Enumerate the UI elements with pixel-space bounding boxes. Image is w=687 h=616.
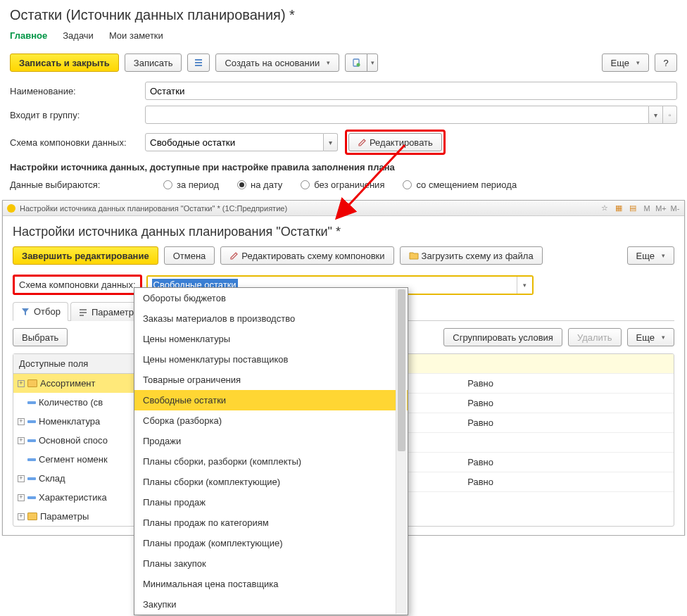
delete-button[interactable]: Удалить: [568, 328, 622, 346]
svg-rect-6: [80, 312, 87, 313]
dropdown-item[interactable]: Планы продаж по категориям: [134, 513, 408, 533]
child-titlebar[interactable]: Настройки источника данных планирования …: [3, 201, 684, 216]
tree-expand-icon[interactable]: +: [18, 475, 25, 482]
cancel-button[interactable]: Отмена: [164, 246, 215, 265]
star-icon[interactable]: ☆: [600, 203, 610, 213]
more-button[interactable]: Еще: [602, 54, 649, 72]
schema-dropdown-list[interactable]: Обороты бюджетовЗаказы материалов в прои…: [134, 287, 408, 536]
pencil-icon: [229, 251, 239, 260]
tab-tasks[interactable]: Задачи: [63, 30, 94, 44]
child-titlebar-text: Настройки источника данных планирования …: [20, 204, 287, 213]
schema-label: Схема компоновки данных:: [10, 137, 145, 148]
tree-row[interactable]: +Характеристика: [13, 488, 137, 507]
dropdown-scrollbar[interactable]: [396, 289, 407, 536]
radio-period[interactable]: за период: [163, 180, 219, 190]
load-from-file-button[interactable]: Загрузить схему из файла: [400, 246, 543, 265]
dropdown-item[interactable]: Заказы материалов в производство: [134, 308, 408, 329]
condition-compare-cell: Равно: [462, 374, 674, 393]
calc-icon[interactable]: ▦: [614, 203, 624, 213]
save-button[interactable]: Записать: [125, 54, 182, 72]
group-open-btn[interactable]: ▫: [663, 106, 677, 124]
dropdown-item[interactable]: Продажи: [134, 431, 408, 451]
tree-row[interactable]: +Параметры: [13, 507, 137, 526]
tree-expand-icon[interactable]: +: [18, 513, 25, 520]
mplus-button[interactable]: M+: [656, 203, 666, 213]
svg-rect-2: [195, 65, 202, 66]
tree-row[interactable]: +Номенклатура: [13, 412, 137, 431]
name-input[interactable]: [145, 82, 677, 100]
tree-expand-icon[interactable]: +: [18, 418, 25, 425]
group-label: Входит в группу:: [10, 110, 145, 120]
save-close-button[interactable]: Записать и закрыть: [10, 54, 119, 72]
dropdown-item[interactable]: Цены номенклатуры поставщиков: [134, 349, 408, 370]
svg-point-4: [357, 63, 360, 67]
grid-more-button[interactable]: Еще: [627, 328, 674, 346]
finish-edit-button[interactable]: Завершить редактирование: [13, 246, 158, 265]
tree-row[interactable]: +Основной спосо: [13, 431, 137, 450]
dropdown-item[interactable]: Планы продаж: [134, 492, 408, 513]
dropdown-item[interactable]: Сборка (разборка): [134, 410, 408, 431]
tree-row[interactable]: +Склад: [13, 469, 137, 488]
mminus-button[interactable]: M-: [670, 203, 680, 213]
folder-icon: [27, 379, 37, 387]
condition-compare-cell: [462, 360, 674, 368]
tab-notes[interactable]: Мои заметки: [109, 30, 163, 44]
dropdown-item[interactable]: Товарные ограничения: [134, 370, 408, 390]
tree-row[interactable]: +Количество (св: [13, 393, 137, 412]
name-label: Наименование:: [10, 86, 145, 96]
select-button[interactable]: Выбрать: [13, 328, 68, 346]
help-button[interactable]: ?: [655, 54, 677, 72]
schema-input[interactable]: [145, 133, 324, 151]
schema-dropdown-btn[interactable]: ▾: [324, 133, 338, 151]
radio-nolimit[interactable]: без ограничения: [301, 180, 384, 190]
params-icon: [78, 307, 88, 317]
group-input[interactable]: [145, 106, 649, 124]
radio-date[interactable]: на дату: [237, 180, 282, 190]
field-icon: [27, 458, 36, 461]
fields-tree[interactable]: +Ассортимент+Количество (св+Номенклатура…: [13, 374, 137, 526]
dropdown-item[interactable]: Планы продаж (комплектующие): [134, 533, 408, 536]
tree-row[interactable]: +Ассортимент: [13, 374, 137, 393]
tree-item-label: Ассортимент: [40, 378, 96, 389]
scrollbar-thumb[interactable]: [398, 289, 405, 451]
edit-schema-comp-button[interactable]: Редактировать схему компоновки: [220, 246, 393, 265]
edit-schema-button[interactable]: Редактировать: [348, 133, 442, 151]
dropdown-item[interactable]: Планы сборки, разборки (комплекты): [134, 451, 408, 472]
field-icon: [27, 439, 36, 442]
radio-offset[interactable]: со смещением периода: [403, 180, 517, 190]
dropdown-item[interactable]: Свободные остатки: [134, 390, 408, 410]
list-icon-button[interactable]: [187, 54, 210, 72]
link-dropdown-button[interactable]: ▾: [367, 54, 378, 72]
available-fields-panel: Доступные поля +Ассортимент+Количество (…: [13, 353, 138, 527]
tree-row[interactable]: +Сегмент номенк: [13, 450, 137, 469]
tree-expand-icon[interactable]: +: [18, 437, 25, 444]
tree-expand-icon[interactable]: +: [18, 380, 25, 387]
schema-label-highlighted: Схема компоновки данных:: [13, 275, 142, 295]
tree-item-label: Сегмент номенк: [39, 454, 108, 465]
dropdown-item[interactable]: Цены номенклатуры: [134, 329, 408, 349]
group-conditions-button[interactable]: Сгруппировать условия: [443, 328, 562, 346]
child-more-button[interactable]: Еще: [627, 246, 674, 265]
dropdown-item[interactable]: Планы сборки (комплектующие): [134, 472, 408, 492]
sub-tab-filter[interactable]: Отбор: [13, 302, 68, 321]
m-button[interactable]: M: [642, 203, 652, 213]
svg-rect-1: [195, 62, 202, 63]
create-based-button[interactable]: Создать на основании: [215, 54, 339, 72]
main-toolbar: Записать и закрыть Записать Создать на о…: [10, 54, 677, 72]
app-icon: [7, 204, 15, 213]
tree-item-label: Номенклатура: [39, 416, 100, 427]
group-dropdown-btn[interactable]: ▾: [649, 106, 663, 124]
condition-compare-cell: Равно: [462, 472, 674, 491]
period-label: Данные выбираются:: [10, 180, 145, 190]
dropdown-item[interactable]: Обороты бюджетов: [134, 288, 408, 308]
tree-expand-icon[interactable]: +: [18, 494, 25, 501]
nav-tabs: Главное Задачи Мои заметки: [10, 30, 677, 44]
tree-item-label: Склад: [39, 473, 65, 484]
tab-main[interactable]: Главное: [10, 30, 47, 44]
link-icon-button[interactable]: [345, 54, 367, 72]
field-icon: [27, 477, 36, 480]
link-icon: [351, 58, 361, 68]
page-title: Остатки (Источник данных планирования) *: [10, 7, 677, 23]
schema-combo-dropdown[interactable]: ▾: [517, 277, 532, 294]
calendar-icon[interactable]: ▤: [628, 203, 638, 213]
